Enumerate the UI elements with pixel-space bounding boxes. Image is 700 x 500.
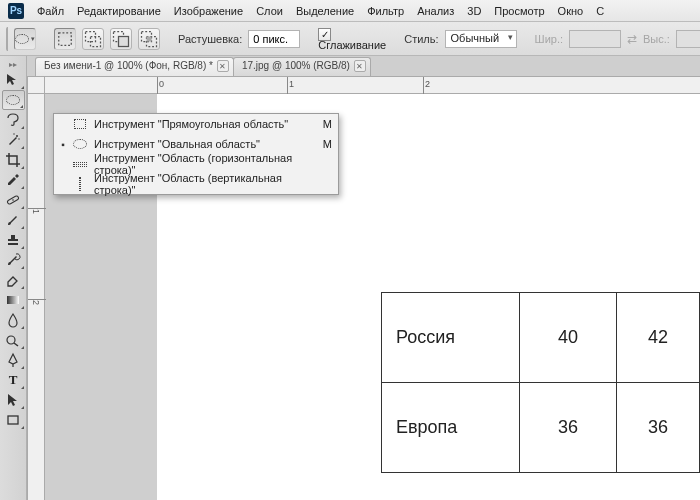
menu-bar: Ps Файл Редактирование Изображение Слои … (0, 0, 700, 22)
flyout-label: Инструмент "Овальная область" (94, 138, 312, 150)
dodge-tool[interactable] (2, 330, 25, 350)
svg-rect-15 (8, 416, 18, 424)
brush-tool[interactable] (2, 210, 25, 230)
selection-new-icon (55, 29, 75, 49)
close-icon[interactable]: ✕ (354, 60, 366, 72)
selection-add-icon (83, 29, 103, 49)
gradient-tool[interactable] (2, 290, 25, 310)
stamp-icon (5, 232, 21, 248)
eraser-tool[interactable] (2, 270, 25, 290)
magic-wand-tool[interactable] (2, 130, 25, 150)
selection-new-button[interactable] (54, 28, 76, 50)
move-tool[interactable] (2, 70, 25, 90)
blur-tool[interactable] (2, 310, 25, 330)
path-selection-tool[interactable] (2, 390, 25, 410)
table-cell: Европа (382, 383, 520, 473)
flyout-shortcut: M (318, 118, 332, 130)
close-icon[interactable]: ✕ (217, 60, 229, 72)
table-cell: 36 (616, 383, 699, 473)
history-brush-tool[interactable] (2, 250, 25, 270)
app-logo: Ps (8, 3, 24, 19)
gradient-icon (5, 292, 21, 308)
document-table: Россия 40 42 Европа 36 36 (381, 292, 700, 473)
feather-input[interactable] (248, 30, 300, 48)
panel-toggle[interactable] (6, 27, 8, 51)
ruler-origin[interactable] (27, 76, 45, 94)
menu-edit[interactable]: Редактирование (77, 5, 161, 17)
menu-layers[interactable]: Слои (256, 5, 283, 17)
menu-filter[interactable]: Фильтр (367, 5, 404, 17)
svg-point-8 (16, 135, 18, 137)
arrow-icon (5, 392, 21, 408)
document-tab-bar: Без имени-1 @ 100% (Фон, RGB/8) * ✕ 17.j… (27, 56, 700, 76)
shape-tool[interactable] (2, 410, 25, 430)
selection-intersect-button[interactable] (138, 28, 160, 50)
antialias-checkbox[interactable]: ✓ (318, 28, 331, 41)
flyout-label: Инструмент "Область (вертикальная строка… (94, 172, 312, 196)
feather-label: Растушевка: (178, 33, 242, 45)
selection-subtract-button[interactable] (110, 28, 132, 50)
type-tool[interactable]: T (2, 370, 25, 390)
clone-stamp-tool[interactable] (2, 230, 25, 250)
menu-help[interactable]: С (596, 5, 604, 17)
ruler-tick: 0 (159, 79, 164, 89)
selection-add-button[interactable] (82, 28, 104, 50)
drop-icon (5, 312, 21, 328)
document-tab[interactable]: 17.jpg @ 100% (RGB/8) ✕ (233, 57, 371, 76)
eraser-icon (5, 272, 21, 288)
style-dropdown[interactable]: Обычный (445, 30, 517, 48)
rectangle-icon (5, 412, 21, 428)
current-tool-preset[interactable]: ▾ (14, 28, 36, 50)
table-row: Европа 36 36 (382, 383, 700, 473)
document-tab-label: 17.jpg @ 100% (RGB/8) (242, 60, 350, 71)
document-tab[interactable]: Без имени-1 @ 100% (Фон, RGB/8) * ✕ (35, 57, 234, 76)
menu-select[interactable]: Выделение (296, 5, 354, 17)
marquee-tool[interactable] (2, 90, 25, 110)
flyout-item[interactable]: Инструмент "Прямоугольная область" M (54, 114, 338, 134)
svg-rect-13 (7, 296, 19, 304)
table-cell: 36 (520, 383, 617, 473)
antialias-option[interactable]: ✓Сглаживание (318, 26, 386, 51)
ellipse-marquee-icon (15, 34, 29, 44)
pen-tool[interactable] (2, 350, 25, 370)
ruler-vertical[interactable]: 1 2 (27, 94, 45, 500)
menu-file[interactable]: Файл (37, 5, 64, 17)
menu-image[interactable]: Изображение (174, 5, 243, 17)
eyedropper-tool[interactable] (2, 170, 25, 190)
menu-window[interactable]: Окно (558, 5, 584, 17)
menu-3d[interactable]: 3D (467, 5, 481, 17)
flyout-label: Инструмент "Прямоугольная область" (94, 118, 312, 130)
svg-rect-4 (119, 36, 129, 46)
height-label: Выс.: (643, 33, 670, 45)
menu-view[interactable]: Просмотр (494, 5, 544, 17)
document-tab-label: Без имени-1 @ 100% (Фон, RGB/8) * (44, 60, 213, 71)
ellipse-marquee-icon (6, 95, 20, 105)
menu-analysis[interactable]: Анализ (417, 5, 454, 17)
flyout-shortcut: M (318, 138, 332, 150)
brush-icon (5, 212, 21, 228)
type-icon: T (9, 372, 18, 388)
pen-icon (5, 352, 21, 368)
crop-icon (5, 152, 21, 168)
table-cell: 42 (616, 293, 699, 383)
wand-icon (5, 132, 21, 148)
table-cell: 40 (520, 293, 617, 383)
svg-rect-0 (59, 32, 72, 45)
ruler-horizontal[interactable]: 0 1 2 (45, 76, 700, 94)
flyout-item[interactable]: ▪ Инструмент "Овальная область" M (54, 134, 338, 154)
flyout-item[interactable]: Инструмент "Область (вертикальная строка… (54, 174, 338, 194)
bandage-icon (5, 192, 21, 208)
flyout-item[interactable]: Инструмент "Область (горизонтальная стро… (54, 154, 338, 174)
toolbox-collapse[interactable]: ▸▸ (3, 60, 23, 68)
svg-point-12 (12, 199, 14, 201)
single-row-marquee-icon (72, 156, 88, 172)
crop-tool[interactable] (2, 150, 25, 170)
rectangular-marquee-icon (72, 116, 88, 132)
svg-point-9 (13, 133, 14, 134)
lasso-tool[interactable] (2, 110, 25, 130)
healing-brush-tool[interactable] (2, 190, 25, 210)
eyedropper-icon (5, 172, 21, 188)
elliptical-marquee-icon (72, 136, 88, 152)
width-input (569, 30, 621, 48)
svg-point-14 (7, 336, 15, 344)
